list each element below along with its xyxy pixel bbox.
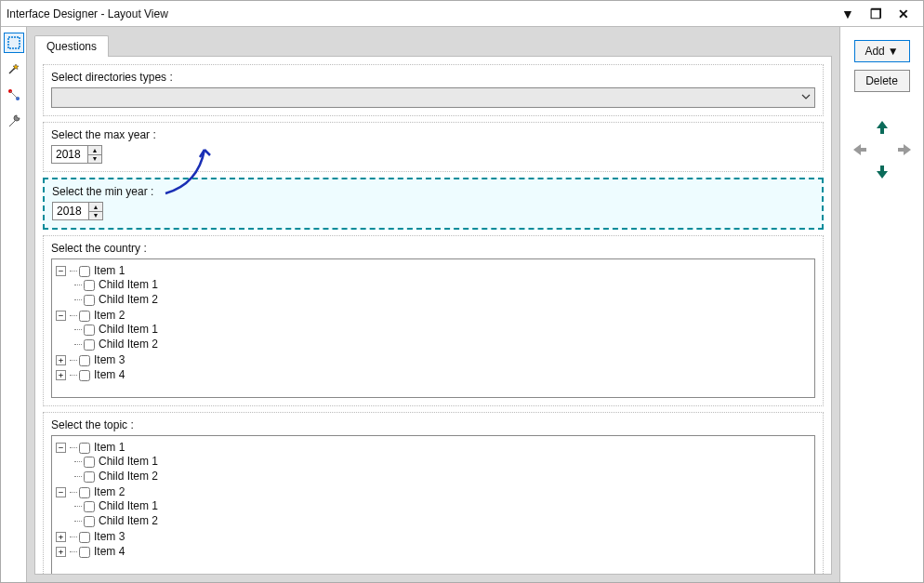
titlebar: Interface Designer - Layout View ▼ ❐ ✕ [1,1,923,27]
tree-item[interactable]: +Item 3 [56,352,811,367]
right-panel: Add▼ Delete [839,27,923,582]
tree-item-label: Child Item 2 [99,470,158,483]
window-title: Interface Designer - Layout View [7,7,834,20]
group-directories[interactable]: Select directories types : [43,64,824,116]
tree-item-label: Item 3 [94,530,125,543]
tree-topic[interactable]: −Item 1Child Item 1Child Item 2−Item 2Ch… [51,435,815,575]
move-down-button[interactable] [871,161,893,183]
tree-item-label: Item 3 [94,353,125,366]
dropdown-directories[interactable] [51,87,815,108]
tool-anchor[interactable] [4,85,24,105]
tree-item-label: Item 2 [94,485,125,498]
tree-checkbox[interactable] [84,339,95,351]
tree-child-item[interactable]: Child Item 1 [74,498,811,513]
left-toolbar [1,27,27,582]
tree-child-item[interactable]: Child Item 2 [74,337,811,351]
caret-down-icon: ▼ [888,45,899,58]
tree-checkbox[interactable] [84,516,95,527]
spinner-up-max[interactable]: ▲ [88,146,101,155]
label-max-year: Select the max year : [51,128,815,141]
svg-rect-0 [8,37,20,48]
move-arrow-pad [849,116,916,183]
group-max-year[interactable]: Select the max year : ▲ ▼ [43,122,824,172]
group-topic[interactable]: Select the topic : −Item 1Child Item 1Ch… [43,412,824,575]
tree-child-item[interactable]: Child Item 1 [74,277,811,292]
tree-item-label: Item 4 [94,545,125,558]
collapse-icon[interactable]: − [56,311,66,321]
tree-item-label: Child Item 1 [99,499,158,512]
chevron-down-icon [801,91,811,104]
collapse-icon[interactable]: − [56,487,66,497]
tab-questions[interactable]: Questions [34,35,109,57]
move-left-button[interactable] [849,139,871,161]
tool-wrench[interactable] [4,111,24,131]
spinner-up-min[interactable]: ▲ [89,203,102,212]
label-min-year: Select the min year : [52,185,814,198]
group-country[interactable]: Select the country : −Item 1Child Item 1… [43,235,824,406]
tree-item[interactable]: −Item 2Child Item 1Child Item 2 [56,308,811,352]
tree-checkbox[interactable] [79,487,90,498]
tree-child-item[interactable]: Child Item 2 [74,469,811,484]
input-min-year[interactable] [52,202,89,220]
tree-item-label: Child Item 2 [99,514,158,527]
expand-icon[interactable]: + [56,547,66,557]
tree-item[interactable]: −Item 1Child Item 1Child Item 2 [56,440,811,484]
label-directories: Select directories types : [51,71,815,84]
add-button[interactable]: Add▼ [854,40,910,62]
spinner-down-max[interactable]: ▼ [88,155,101,164]
tree-checkbox[interactable] [79,547,90,558]
tree-item-label: Child Item 1 [99,455,158,468]
tree-checkbox[interactable] [84,295,95,306]
tree-item-label: Item 2 [94,309,125,322]
close-icon[interactable]: ✕ [890,5,917,23]
tree-checkbox[interactable] [84,457,95,468]
tree-item-label: Child Item 1 [99,323,158,336]
expand-icon[interactable]: + [56,532,66,542]
design-canvas: Select directories types : Select the ma… [34,56,832,575]
dropdown-menu-icon[interactable]: ▼ [834,5,862,23]
tree-checkbox[interactable] [79,355,90,366]
tool-wand[interactable] [4,59,24,79]
tree-item-label: Item 1 [94,264,125,277]
tree-checkbox[interactable] [84,501,95,512]
tree-checkbox[interactable] [79,443,90,454]
tree-country[interactable]: −Item 1Child Item 1Child Item 2−Item 2Ch… [51,258,815,398]
tree-item[interactable]: −Item 2Child Item 1Child Item 2 [56,484,811,529]
tree-item-label: Item 1 [94,441,125,454]
group-min-year[interactable]: Select the min year : ▲ ▼ [43,178,824,230]
tree-child-item[interactable]: Child Item 1 [74,322,811,337]
collapse-icon[interactable]: − [56,443,66,453]
collapse-icon[interactable]: − [56,266,66,276]
expand-icon[interactable]: + [56,370,66,380]
label-topic: Select the topic : [51,418,815,431]
tree-checkbox[interactable] [79,311,90,322]
spinner-down-min[interactable]: ▼ [89,212,102,220]
tree-checkbox[interactable] [79,266,90,277]
tree-item-label: Child Item 1 [99,278,158,291]
tree-item[interactable]: +Item 3 [56,529,811,544]
input-max-year[interactable] [51,145,88,164]
tree-item-label: Item 4 [94,368,125,381]
tree-item[interactable]: +Item 4 [56,544,811,559]
tree-item-label: Child Item 2 [99,338,158,351]
tree-child-item[interactable]: Child Item 2 [74,513,811,528]
tree-child-item[interactable]: Child Item 2 [74,292,811,307]
tree-item[interactable]: +Item 4 [56,367,811,382]
tree-checkbox[interactable] [84,280,95,291]
move-right-button[interactable] [893,139,916,161]
delete-button[interactable]: Delete [854,70,910,92]
tree-child-item[interactable]: Child Item 1 [74,454,811,469]
expand-icon[interactable]: + [56,355,66,365]
tree-checkbox[interactable] [84,471,95,483]
tree-checkbox[interactable] [79,532,90,543]
tree-item[interactable]: −Item 1Child Item 1Child Item 2 [56,263,811,308]
restore-icon[interactable]: ❐ [862,5,890,23]
label-country: Select the country : [51,242,815,255]
tree-checkbox[interactable] [79,370,90,381]
tree-checkbox[interactable] [84,325,95,336]
move-up-button[interactable] [871,116,893,139]
tool-selection[interactable] [4,33,24,53]
tree-item-label: Child Item 2 [99,293,158,306]
